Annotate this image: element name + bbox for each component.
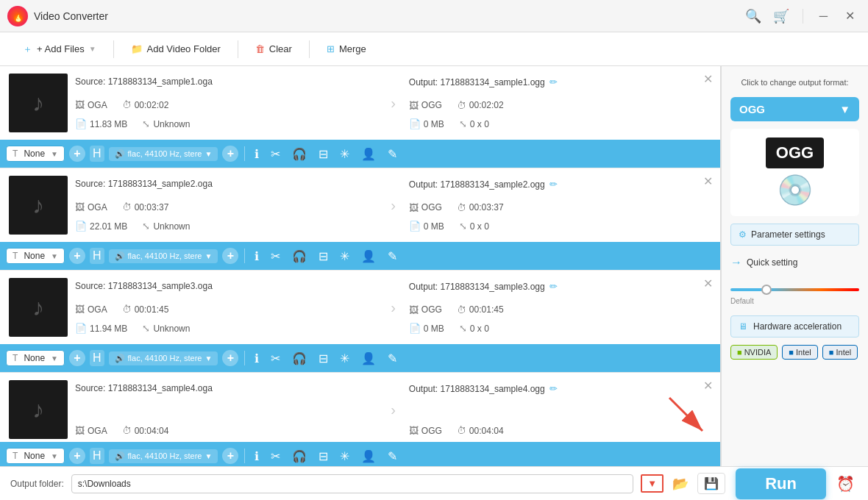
- output-size: 📄 0 MB: [409, 118, 444, 129]
- watermark2-button[interactable]: 👤: [357, 146, 380, 162]
- minimize-button[interactable]: ─: [814, 7, 833, 26]
- info-button[interactable]: ℹ: [251, 146, 263, 162]
- add-subtitle-button[interactable]: +: [69, 248, 85, 264]
- info-button[interactable]: ℹ: [251, 350, 263, 367]
- hardware-acceleration-button[interactable]: 🖥 Hardware acceleration: [730, 315, 859, 338]
- edit-output-icon[interactable]: ✏: [549, 76, 558, 88]
- add-subtitle-button[interactable]: +: [69, 146, 85, 162]
- watermark-button[interactable]: H: [90, 448, 104, 464]
- audio-settings[interactable]: 🔊 flac, 44100 Hz, stere ▼: [109, 351, 218, 365]
- intel-badge-2[interactable]: ■ Intel: [822, 345, 858, 360]
- output-format: 🖼 OGG: [409, 100, 442, 111]
- edit-button[interactable]: ✎: [384, 248, 401, 265]
- output-meta-row-2: 📄 0 MB ⤡ 0 x 0: [409, 323, 711, 334]
- subtitle-chevron: ▼: [51, 150, 58, 158]
- add-audio-button[interactable]: +: [222, 448, 238, 464]
- output-size-icon: 📄: [409, 221, 421, 232]
- output-dropdown-button[interactable]: ▼: [641, 474, 664, 493]
- merge-label: Merge: [339, 43, 366, 54]
- cut-button[interactable]: ✂: [267, 350, 284, 367]
- watermark-button[interactable]: H: [90, 248, 104, 264]
- alarm-button[interactable]: ⏰: [833, 472, 858, 496]
- browse-folder-button[interactable]: 📂: [671, 474, 690, 493]
- format-label: OGG: [739, 103, 765, 115]
- crop-button[interactable]: ⊟: [315, 248, 332, 265]
- subtitle-select[interactable]: T None ▼: [6, 448, 65, 464]
- add-files-chevron[interactable]: ▼: [89, 45, 96, 53]
- intel-badge-1[interactable]: ■ Intel: [782, 345, 817, 360]
- subtitle-value: None: [24, 251, 45, 261]
- file-meta-row-2: 📄 11.94 MB ⤡ Unknown: [75, 323, 377, 334]
- file-item: ♪ Source: 1718883134_sample4.oga 🖼 OGA ⏱…: [0, 373, 720, 466]
- add-audio-button[interactable]: +: [222, 146, 238, 162]
- nvidia-badge[interactable]: ■ NVIDIA: [730, 345, 778, 360]
- edit-button[interactable]: ✎: [384, 146, 401, 162]
- quality-slider-track[interactable]: [730, 288, 859, 291]
- add-video-folder-button[interactable]: 📁 Add Video Folder: [120, 38, 232, 60]
- add-subtitle-button[interactable]: +: [69, 350, 85, 366]
- save-output-button[interactable]: 💾: [697, 473, 725, 494]
- format-selector[interactable]: OGG ▼: [730, 97, 859, 121]
- parameter-settings-label: Parameter settings: [751, 229, 825, 240]
- add-audio-button[interactable]: +: [222, 248, 238, 264]
- output-resolution: ⤡ 0 x 0: [459, 221, 489, 232]
- edit-button[interactable]: ✎: [384, 448, 401, 465]
- effects-button[interactable]: ✳: [336, 248, 353, 265]
- watermark2-button[interactable]: 👤: [357, 248, 380, 265]
- remove-file-button[interactable]: ✕: [703, 174, 713, 188]
- clear-button[interactable]: 🗑 Clear: [244, 38, 303, 60]
- parameter-settings-button[interactable]: ⚙ Parameter settings: [730, 224, 859, 246]
- quality-slider-thumb[interactable]: [761, 285, 772, 295]
- watermark-button[interactable]: H: [90, 350, 104, 366]
- output-size-value: 0 MB: [424, 119, 444, 129]
- audio-settings[interactable]: 🔊 flac, 44100 Hz, stere ▼: [109, 449, 218, 463]
- close-button[interactable]: ✕: [839, 6, 861, 26]
- output-format: 🖼 OGG: [409, 202, 442, 213]
- audio-settings[interactable]: 🔊 flac, 44100 Hz, stere ▼: [109, 249, 218, 263]
- remove-file-button[interactable]: ✕: [703, 379, 713, 393]
- cut-button[interactable]: ✂: [267, 248, 284, 265]
- effects-button[interactable]: ✳: [336, 350, 353, 367]
- cut-button[interactable]: ✂: [267, 146, 284, 162]
- edit-output-icon[interactable]: ✏: [549, 281, 558, 292]
- file-input-info: Source: 1718883134_sample3.oga 🖼 OGA ⏱ 0…: [75, 278, 377, 337]
- watermark2-button[interactable]: 👤: [357, 350, 380, 367]
- watermark-button[interactable]: H: [90, 146, 104, 162]
- subtitle-select[interactable]: T None ▼: [6, 350, 65, 366]
- audio-track-button[interactable]: 🎧: [288, 146, 310, 162]
- audio-track-button[interactable]: 🎧: [288, 448, 310, 465]
- audio-track-button[interactable]: 🎧: [288, 248, 310, 265]
- watermark2-button[interactable]: 👤: [357, 448, 380, 465]
- output-path-input[interactable]: [71, 474, 634, 493]
- edit-output-icon[interactable]: ✏: [549, 383, 558, 394]
- run-button[interactable]: Run: [736, 468, 826, 499]
- crop-button[interactable]: ⊟: [315, 350, 332, 367]
- add-audio-button[interactable]: +: [222, 350, 238, 366]
- quality-slider-container: Default: [730, 279, 859, 308]
- cut-button[interactable]: ✂: [267, 448, 284, 465]
- effects-button[interactable]: ✳: [336, 448, 353, 465]
- info-button[interactable]: ℹ: [251, 248, 263, 265]
- format-icon: 🖼: [75, 99, 85, 110]
- file-output-info: Output: 1718883134_sample1.ogg ✏ 🖼 OGG ⏱…: [409, 74, 711, 132]
- subtitle-select[interactable]: T None ▼: [6, 248, 65, 264]
- crop-button[interactable]: ⊟: [315, 448, 332, 465]
- add-files-button[interactable]: ＋ + Add Files ▼: [12, 38, 107, 61]
- effects-button[interactable]: ✳: [336, 146, 353, 162]
- search-icon[interactable]: 🔍: [742, 5, 764, 27]
- subtitle-select[interactable]: T None ▼: [6, 146, 65, 162]
- edit-button[interactable]: ✎: [384, 350, 401, 367]
- output-res-icon: ⤡: [459, 323, 467, 334]
- crop-button[interactable]: ⊟: [315, 146, 332, 162]
- cart-icon[interactable]: 🛒: [770, 5, 792, 27]
- audio-settings[interactable]: 🔊 flac, 44100 Hz, stere ▼: [109, 147, 218, 161]
- audio-track-button[interactable]: 🎧: [288, 350, 310, 367]
- merge-button[interactable]: ⊞ Merge: [316, 38, 377, 60]
- file-meta-row-1: 🖼 OGA ⏱ 00:01:45: [75, 304, 377, 315]
- remove-file-button[interactable]: ✕: [703, 276, 713, 290]
- edit-output-icon[interactable]: ✏: [549, 179, 558, 190]
- remove-file-button[interactable]: ✕: [703, 72, 713, 86]
- add-subtitle-button[interactable]: +: [69, 448, 85, 464]
- control-separator: [244, 146, 245, 161]
- info-button[interactable]: ℹ: [251, 448, 263, 465]
